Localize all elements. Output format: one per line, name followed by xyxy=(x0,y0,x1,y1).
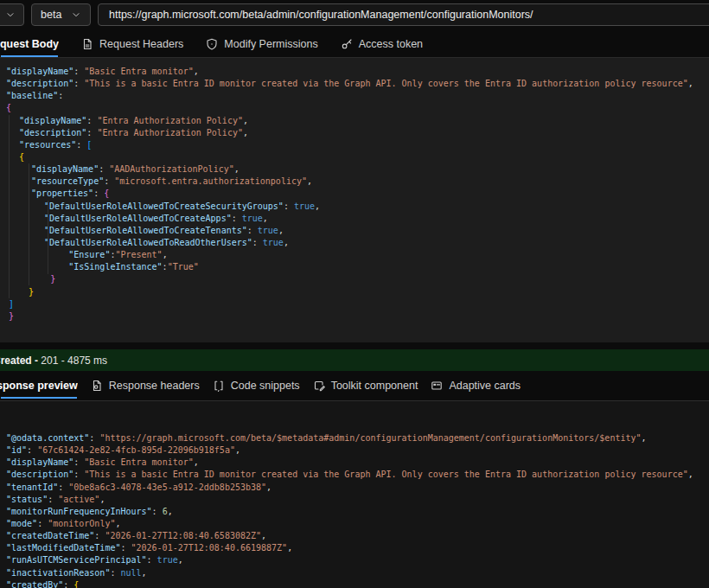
code-line: "displayName": "Basic Entra monitor", xyxy=(6,66,709,78)
code-line: "mode": "monitorOnly", xyxy=(6,518,709,530)
tab-response-preview-label: Response preview xyxy=(0,380,78,392)
card-icon xyxy=(431,380,443,392)
response-tab-bar: Response preview Response headers Code s… xyxy=(0,374,521,397)
tab-request-body[interactable]: Request Body xyxy=(0,33,59,55)
api-version-value: beta xyxy=(41,9,61,21)
tab-request-headers[interactable]: Request Headers xyxy=(81,38,183,50)
tab-access-token-label: Access token xyxy=(359,38,423,50)
code-line: { xyxy=(6,151,709,163)
response-status-text: Created - 201 - 4875 ms xyxy=(0,355,107,367)
code-line: "displayName": "Entra Authorization Poli… xyxy=(6,115,709,127)
code-line: "createdBy": { xyxy=(6,579,709,588)
tab-modify-permissions[interactable]: Modify Permissions xyxy=(206,38,317,50)
code-line: "createdDateTime": "2026-01-27T12:08:40.… xyxy=(6,530,709,542)
code-line: "DefaultUserRoleAllowedToCreateSecurityG… xyxy=(6,201,709,213)
code-line: "displayName": "AADAuthorizationPolicy", xyxy=(6,163,709,176)
code-line: "properties": { xyxy=(6,188,709,200)
request-url-field[interactable] xyxy=(98,3,709,26)
response-status-bar: Created - 201 - 4875 ms xyxy=(0,349,709,371)
shield-icon xyxy=(206,38,218,50)
code-line: "id": "67c61424-2e82-4fcb-895d-22096b918… xyxy=(6,444,709,457)
status-details: 201 - 4875 ms xyxy=(41,355,107,367)
code-brackets-icon xyxy=(213,380,225,392)
code-line: "tenantId": "0be8a6c3-4078-43e5-a912-2dd… xyxy=(6,482,709,494)
document-icon xyxy=(91,380,103,392)
tab-toolkit-component-label: Toolkit component xyxy=(331,380,418,392)
code-line: "resourceType": "microsoft.entra.authori… xyxy=(6,176,709,188)
http-method-select[interactable] xyxy=(0,3,24,26)
request-body-editor[interactable]: "displayName": "Basic Entra monitor","de… xyxy=(0,57,709,342)
indent-guide xyxy=(29,163,29,285)
code-line: "baseline": xyxy=(6,90,709,102)
chevron-down-icon xyxy=(5,10,16,20)
code-line: "DefaultUserRoleAllowedToReadOtherUsers"… xyxy=(6,237,709,249)
document-icon xyxy=(81,38,93,50)
code-line: } xyxy=(6,310,709,323)
response-preview-code: "@odata.context": "https://graph.microso… xyxy=(6,432,709,588)
tab-response-headers-label: Response headers xyxy=(109,380,200,392)
tab-adaptive-cards[interactable]: Adaptive cards xyxy=(431,380,521,392)
tab-code-snippets[interactable]: Code snippets xyxy=(213,380,300,392)
graph-explorer-window: beta Request Body Request Headers Modify… xyxy=(0,0,709,588)
code-line: } xyxy=(6,286,709,298)
code-line: "lastModifiedDateTime": "2026-01-27T12:0… xyxy=(6,542,709,554)
code-line: } xyxy=(6,273,709,285)
code-line: "displayName": "Basic Entra monitor", xyxy=(6,457,709,469)
tab-access-token[interactable]: Access token xyxy=(341,38,423,50)
tab-toolkit-component[interactable]: Toolkit component xyxy=(313,380,418,392)
status-code-label: Created - xyxy=(0,355,41,367)
code-line: "resources": [ xyxy=(6,139,709,151)
api-version-select[interactable]: beta xyxy=(31,3,91,26)
code-line: "Ensure":"Present", xyxy=(6,249,709,261)
code-line: "@odata.context": "https://graph.microso… xyxy=(6,432,709,444)
code-line: "description": "This is a basic Entra ID… xyxy=(6,469,709,481)
tab-response-headers[interactable]: Response headers xyxy=(91,380,200,392)
code-line: "monitorRunFrequencyInHours": 6, xyxy=(6,506,709,518)
code-line: "DefaultUserRoleAllowedToCreateTenants":… xyxy=(6,225,709,237)
code-line: { xyxy=(6,102,709,114)
tab-code-snippets-label: Code snippets xyxy=(231,380,300,392)
code-line: "IsSingleInstance":"True" xyxy=(6,261,709,273)
tab-modify-permissions-label: Modify Permissions xyxy=(224,38,317,50)
request-body-code: "displayName": "Basic Entra monitor","de… xyxy=(6,66,709,323)
code-line: ] xyxy=(6,298,709,310)
chevron-down-icon xyxy=(71,10,81,20)
code-line: "inactivationReason": null, xyxy=(6,567,709,579)
tab-adaptive-cards-label: Adaptive cards xyxy=(449,380,521,392)
tab-request-body-label: Request Body xyxy=(0,38,59,50)
code-line: "description": "Entra Authorization Poli… xyxy=(6,127,709,139)
request-tab-bar: Request Body Request Headers Modify Perm… xyxy=(0,33,423,55)
code-line: "description": "This is a basic Entra ID… xyxy=(6,78,709,90)
code-line: "status": "active", xyxy=(6,494,709,506)
component-pencil-icon xyxy=(313,380,325,392)
request-url-input[interactable] xyxy=(109,9,709,21)
code-line: "runAsUTCMServicePrincipal": true, xyxy=(6,554,709,566)
response-preview-viewer[interactable]: "@odata.context": "https://graph.microso… xyxy=(0,400,709,588)
tab-request-headers-label: Request Headers xyxy=(99,38,183,50)
code-line: "DefaultUserRoleAllowedToCreateApps": tr… xyxy=(6,213,709,225)
indent-guide xyxy=(48,201,48,274)
tab-response-preview[interactable]: Response preview xyxy=(0,374,78,397)
key-icon xyxy=(341,38,353,50)
indent-guide xyxy=(9,115,10,298)
